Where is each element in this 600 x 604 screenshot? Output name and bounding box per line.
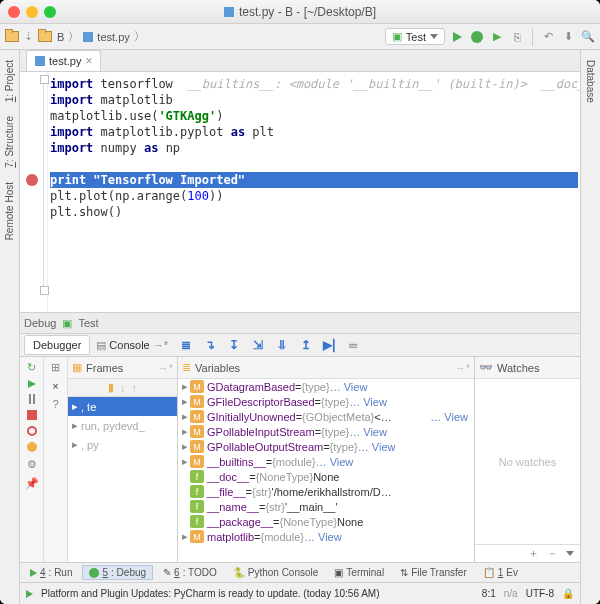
evaluate-expression-button[interactable]: ⩸ [346, 337, 362, 353]
left-tool-rail: 11: Project: Project 7: Structure Remote… [0, 50, 20, 604]
variables-header: Variables [195, 362, 240, 374]
run-with-coverage-button[interactable]: ▶ [489, 29, 505, 45]
zoom-window-button[interactable] [44, 6, 56, 18]
gutter[interactable] [20, 72, 48, 312]
pause-button[interactable] [29, 394, 35, 404]
show-execution-point-button[interactable]: ≣ [178, 337, 194, 353]
debug-tool-label: Debug [24, 317, 56, 329]
resume-button[interactable] [28, 380, 36, 388]
close-button[interactable]: × [52, 380, 58, 392]
python-file-icon [224, 7, 234, 17]
python-file-icon [83, 32, 93, 42]
mute-breakpoints-button[interactable] [27, 442, 37, 452]
folder-icon [38, 31, 52, 42]
database-tool-tab[interactable]: Database [583, 54, 598, 109]
breadcrumb-project[interactable]: B [57, 31, 64, 43]
variable-row[interactable]: ▸M__builtins__ = {module} … View [178, 454, 474, 469]
breadcrumb[interactable]: B 〉 test.py 〉 [37, 29, 145, 45]
watch-menu-button[interactable] [566, 551, 574, 556]
structure-tool-tab[interactable]: 7: Structure [2, 110, 17, 174]
debug-sidebar-2: ⊞ × ? [44, 357, 68, 562]
close-tab-button[interactable]: × [85, 54, 92, 68]
project-tool-tab[interactable]: 11: Project: Project [2, 54, 17, 108]
step-out-button[interactable]: ↥ [298, 337, 314, 353]
file-transfer-tool-tab[interactable]: ⇅ File Transfer [394, 566, 473, 579]
variable-row[interactable]: f__doc__ = {NoneType} None [178, 469, 474, 484]
close-window-button[interactable] [8, 6, 20, 18]
cursor-position[interactable]: 8:1 [482, 588, 496, 599]
variable-row[interactable]: f__name__ = {str} '__main__' [178, 499, 474, 514]
run-to-cursor-button[interactable]: ▶ǀ [322, 337, 338, 353]
variable-row[interactable]: ▸MGPollableInputStream = {type} … View [178, 424, 474, 439]
debug-button[interactable] [469, 29, 485, 45]
debug-config-label: Test [78, 317, 98, 329]
thread-selector[interactable]: ▮↓↑ [68, 379, 177, 397]
editor-tab-test-py[interactable]: test.py × [26, 50, 101, 71]
force-step-into-button[interactable]: ⥥ [274, 337, 290, 353]
ide-window: test.py - B - [~/Desktop/B] ⇣ B 〉 test.p… [0, 0, 600, 604]
update-icon[interactable] [26, 590, 33, 598]
event-log-tool-tab[interactable]: 📋1 Ev [477, 566, 524, 579]
run-configuration-selector[interactable]: ▣ Test [385, 28, 445, 45]
step-into-button[interactable]: ↧ [226, 337, 242, 353]
remove-watch-button[interactable]: － [547, 546, 558, 561]
frames-pane: ▦Frames→* ▮↓↑ ▸ , te▸ run, pydevd_▸ , py [68, 357, 178, 562]
todo-tool-tab[interactable]: ✎6: TODO [157, 566, 223, 579]
variable-row[interactable]: ▸Mmatplotlib = {module} … View [178, 529, 474, 544]
pin-button[interactable]: 📌 [25, 477, 39, 490]
debug-tool-window: Debug ▣ Test Debugger ▤Console→* ≣ ↴ ↧ ⇲… [20, 312, 580, 562]
run-button[interactable] [449, 29, 465, 45]
bottom-tool-bar: 4: 4: RunRun 5: Debug ✎6: TODO 🐍 Python … [20, 562, 580, 582]
commit-button[interactable]: ⬇ [560, 29, 576, 45]
frame-item[interactable]: ▸ , py [68, 435, 177, 454]
terminal-tool-tab[interactable]: ▣ Terminal [328, 566, 390, 579]
stop-button[interactable] [27, 410, 37, 420]
variable-row[interactable]: ▸MGPollableOutputStream = {type} … View [178, 439, 474, 454]
debugger-tab[interactable]: Debugger [24, 335, 90, 355]
fold-indicator[interactable] [43, 78, 44, 292]
breakpoint-icon[interactable] [26, 174, 38, 186]
settings-button[interactable]: ⚙ [27, 458, 37, 471]
line-separator-label[interactable]: n/a [504, 588, 518, 599]
console-tab[interactable]: ▤Console→* [96, 339, 168, 352]
open-file-button[interactable] [4, 29, 20, 45]
breadcrumb-file[interactable]: test.py [97, 31, 129, 43]
current-execution-line: print "Tensorflow Imported" [50, 172, 578, 188]
python-file-icon [35, 56, 45, 66]
update-project-button[interactable]: ↶ [540, 29, 556, 45]
watches-pane: 👓Watches No watches ＋ － [475, 357, 580, 562]
variable-row[interactable]: ▸MGInitiallyUnowned = {GObjectMeta} <…… … [178, 409, 474, 424]
frame-item[interactable]: ▸ run, pydevd_ [68, 416, 177, 435]
variable-row[interactable]: ▸MGDatagramBased = {type} … View [178, 379, 474, 394]
frames-header: Frames [86, 362, 123, 374]
status-message[interactable]: Platform and Plugin Updates: PyCharm is … [41, 588, 474, 599]
editor-tabs: test.py × [20, 50, 580, 72]
restore-layout-button[interactable]: ⊞ [51, 361, 60, 374]
debug-tool-tab[interactable]: 5: Debug [82, 565, 153, 580]
help-button[interactable]: ? [52, 398, 58, 410]
window-controls [8, 6, 56, 18]
variables-pane: ≣Variables→* ▸MGDatagramBased = {type} …… [178, 357, 475, 562]
watches-empty-text: No watches [475, 379, 580, 544]
minimize-window-button[interactable] [26, 6, 38, 18]
lock-icon[interactable]: 🔒 [562, 588, 574, 599]
frame-item[interactable]: ▸ , te [68, 397, 177, 416]
variable-row[interactable]: ▸MGFileDescriptorBased = {type} … View [178, 394, 474, 409]
code-editor[interactable]: import tensorflow __builtins__: <module … [20, 72, 580, 312]
python-console-tool-tab[interactable]: 🐍 Python Console [227, 566, 325, 579]
search-button[interactable]: 🔍 [580, 29, 596, 45]
view-breakpoints-button[interactable] [27, 426, 37, 436]
rerun-button[interactable]: ↻ [27, 361, 36, 374]
titlebar: test.py - B - [~/Desktop/B] [0, 0, 600, 24]
encoding-label[interactable]: UTF-8 [526, 588, 554, 599]
right-tool-rail: Database [580, 50, 600, 604]
nav-chevron: ⇣ [24, 30, 33, 43]
step-into-my-code-button[interactable]: ⇲ [250, 337, 266, 353]
attach-button[interactable]: ⎘ [509, 29, 525, 45]
step-over-button[interactable]: ↴ [202, 337, 218, 353]
variable-row[interactable]: f__package__ = {NoneType} None [178, 514, 474, 529]
add-watch-button[interactable]: ＋ [528, 546, 539, 561]
remote-host-tool-tab[interactable]: Remote Host [2, 176, 17, 246]
run-tool-tab[interactable]: 4: 4: RunRun [24, 566, 78, 579]
variable-row[interactable]: f__file__ = {str} '/home/erikhallstrom/D… [178, 484, 474, 499]
